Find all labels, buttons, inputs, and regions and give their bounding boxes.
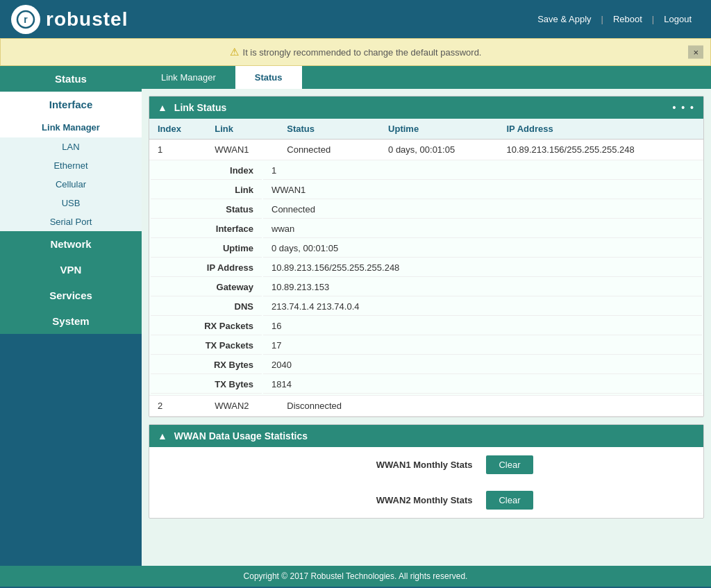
row1-status: Connected — [278, 140, 380, 160]
detail-tx-bytes-label: TX Bytes — [151, 376, 262, 394]
row2-index: 2 — [149, 396, 206, 417]
wwan1-stats-row: WWAN1 Monthly Stats Clear — [149, 447, 703, 482]
link-table: Index Link Status Uptime IP Address 1 WW… — [149, 119, 703, 417]
row2-ip — [498, 396, 703, 417]
expand-icon: ▲ — [158, 102, 167, 113]
row2-status: Disconnected — [278, 396, 380, 417]
wwan-stats-label: WWAN Data Usage Statistics — [174, 430, 308, 442]
sidebar: Status Interface Link Manager LAN Ethern… — [0, 66, 142, 566]
logout-button[interactable]: Logout — [655, 11, 700, 27]
sidebar-item-link-manager[interactable]: Link Manager — [0, 117, 142, 137]
detail-tx-bytes-value: 1814 — [263, 376, 702, 394]
save-apply-button[interactable]: Save & Apply — [529, 11, 599, 27]
detail-ip-label: IP Address — [151, 259, 262, 277]
footer-text: Copyright © 2017 Robustel Technologies. … — [244, 571, 468, 581]
wwan1-stats-label: WWAN1 Monthly Stats — [319, 460, 472, 470]
logo-icon: r — [11, 5, 40, 34]
detail-row: Index1 LinkWWAN1 StatusConnected Interfa… — [149, 160, 703, 396]
wwan-stats-header: ▲ WWAN Data Usage Statistics — [149, 425, 703, 447]
sidebar-item-serial-port[interactable]: Serial Port — [0, 212, 142, 231]
detail-uptime-value: 0 days, 00:01:05 — [263, 240, 702, 258]
col-uptime: Uptime — [380, 119, 498, 140]
tab-bar: Link Manager Status — [142, 66, 711, 89]
header: r robustel Save & Apply | Reboot | Logou… — [0, 0, 711, 38]
sidebar-item-system[interactable]: System — [0, 308, 142, 334]
table-row[interactable]: 2 WWAN2 Disconnected — [149, 396, 703, 417]
row1-index: 1 — [149, 140, 206, 160]
sidebar-item-usb[interactable]: USB — [0, 194, 142, 212]
logo-text: robustel — [46, 8, 128, 31]
warning-close-button[interactable]: × — [688, 46, 703, 59]
header-actions: Save & Apply | Reboot | Logout — [529, 11, 700, 27]
logo: r robustel — [11, 5, 128, 34]
expand-icon-stats: ▲ — [158, 430, 167, 442]
detail-link-label: Link — [151, 181, 262, 199]
detail-status-value: Connected — [263, 201, 702, 219]
tab-status[interactable]: Status — [235, 66, 302, 89]
sidebar-item-services[interactable]: Services — [0, 283, 142, 308]
detail-tx-packets-value: 17 — [263, 337, 702, 355]
row2-uptime — [380, 396, 498, 417]
detail-status-label: Status — [151, 201, 262, 219]
link-status-header: ▲ Link Status • • • — [149, 96, 703, 119]
detail-gateway-value: 10.89.213.153 — [263, 278, 702, 296]
detail-tx-packets-label: TX Packets — [151, 337, 262, 355]
sidebar-item-interface[interactable]: Interface — [0, 92, 142, 117]
col-link: Link — [206, 119, 278, 140]
detail-interface-label: Interface — [151, 220, 262, 238]
detail-gateway-label: Gateway — [151, 278, 262, 296]
warning-text: It is strongly recommended to change the… — [243, 47, 482, 58]
sidebar-item-ethernet[interactable]: Ethernet — [0, 156, 142, 175]
link-status-title: ▲ Link Status — [158, 102, 226, 113]
sidebar-item-network[interactable]: Network — [0, 231, 142, 257]
wwan2-stats-row: WWAN2 Monthly Stats Clear — [149, 482, 703, 518]
sidebar-item-status[interactable]: Status — [0, 66, 142, 92]
row1-ip: 10.89.213.156/255.255.255.248 — [498, 140, 703, 160]
link-status-panel: ▲ Link Status • • • Index Link Status Up… — [149, 96, 704, 417]
detail-uptime-label: Uptime — [151, 240, 262, 258]
col-status: Status — [278, 119, 380, 140]
table-row[interactable]: 1 WWAN1 Connected 0 days, 00:01:05 10.89… — [149, 140, 703, 160]
sidebar-item-lan[interactable]: LAN — [0, 137, 142, 156]
detail-index-value: 1 — [263, 162, 702, 180]
sidebar-item-vpn[interactable]: VPN — [0, 257, 142, 283]
detail-dns-value: 213.74.1.4 213.74.0.4 — [263, 298, 702, 316]
footer: Copyright © 2017 Robustel Technologies. … — [0, 566, 711, 587]
svg-text:r: r — [24, 14, 28, 25]
row1-uptime: 0 days, 00:01:05 — [380, 140, 498, 160]
col-ip: IP Address — [498, 119, 703, 140]
warning-banner: ⚠ It is strongly recommended to change t… — [0, 38, 711, 66]
detail-link-value: WWAN1 — [263, 181, 702, 199]
tab-link-manager[interactable]: Link Manager — [142, 66, 235, 89]
col-index: Index — [149, 119, 206, 140]
row2-link: WWAN2 — [206, 396, 278, 417]
more-options-icon[interactable]: • • • — [673, 102, 695, 113]
detail-interface-value: wwan — [263, 220, 702, 238]
wwan1-clear-button[interactable]: Clear — [486, 455, 533, 474]
detail-rx-packets-value: 16 — [263, 317, 702, 335]
main-layout: Status Interface Link Manager LAN Ethern… — [0, 66, 711, 566]
row1-link: WWAN1 — [206, 140, 278, 160]
warning-icon: ⚠ — [230, 46, 239, 58]
detail-ip-value: 10.89.213.156/255.255.255.248 — [263, 259, 702, 277]
wwan2-clear-button[interactable]: Clear — [486, 491, 533, 510]
detail-rx-bytes-label: RX Bytes — [151, 356, 262, 374]
detail-dns-label: DNS — [151, 298, 262, 316]
wwan2-stats-label: WWAN2 Monthly Stats — [319, 495, 472, 505]
detail-rx-bytes-value: 2040 — [263, 356, 702, 374]
detail-table: Index1 LinkWWAN1 StatusConnected Interfa… — [149, 160, 703, 395]
content: Link Manager Status ▲ Link Status • • • … — [142, 66, 711, 566]
sidebar-item-cellular[interactable]: Cellular — [0, 175, 142, 194]
wwan-stats-body: WWAN1 Monthly Stats Clear WWAN2 Monthly … — [149, 447, 703, 518]
wwan-stats-title: ▲ WWAN Data Usage Statistics — [158, 430, 308, 442]
link-status-label: Link Status — [174, 102, 226, 113]
detail-rx-packets-label: RX Packets — [151, 317, 262, 335]
detail-index-label: Index — [151, 162, 262, 180]
wwan-stats-panel: ▲ WWAN Data Usage Statistics WWAN1 Month… — [149, 424, 704, 519]
reboot-button[interactable]: Reboot — [605, 11, 651, 27]
